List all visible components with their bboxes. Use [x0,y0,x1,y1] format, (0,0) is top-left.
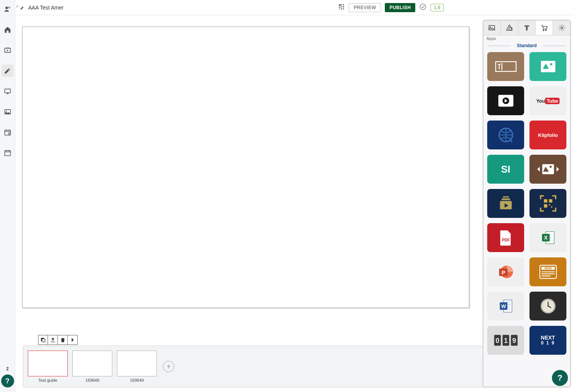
svg-rect-3 [5,89,10,93]
slide-tool-upload[interactable] [48,335,58,345]
panel-tab-image[interactable] [483,21,501,35]
help-button[interactable]: ? [1,375,14,387]
svg-text:PDF: PDF [502,238,510,243]
grid-toggle[interactable] [338,3,345,11]
app-tile-video[interactable] [487,86,524,115]
svg-text:X: X [544,235,548,241]
svg-rect-39 [551,206,552,208]
slide-thumb-preview[interactable] [28,351,68,376]
svg-rect-21 [541,61,555,72]
app-tile-video-playlist[interactable] [487,189,524,218]
app-tile-powerpoint[interactable]: P [487,257,524,286]
svg-point-60 [547,305,548,306]
svg-point-0 [5,6,8,9]
svg-rect-8 [5,151,10,156]
svg-point-23 [550,63,552,65]
app-tile-excel[interactable]: X [529,223,566,252]
app-tile-next-counter[interactable]: NEXT0 1 9 [529,326,566,355]
slide-thumb[interactable]: 169649 [117,351,157,382]
svg-rect-38 [549,204,550,205]
app-tile-word[interactable]: W [487,292,524,321]
app-tile-news[interactable]: NEWS [529,257,566,286]
svg-rect-36 [549,199,552,203]
publish-button[interactable]: PUBLISH [385,3,415,12]
status-check-icon [419,3,427,12]
slide-thumb[interactable]: Test guide [28,351,68,382]
svg-point-9 [420,4,426,10]
svg-rect-28 [542,164,554,174]
apps-panel: Apps Standard YouTubeKlipfolioSIPDFXPNEW… [483,20,571,387]
svg-point-1 [8,7,10,8]
title-edit[interactable]: AAA Test Amer [20,5,64,11]
svg-text:NEWS: NEWS [544,267,552,270]
svg-point-17 [545,30,546,31]
app-tile-si[interactable]: SI [487,155,524,184]
svg-point-16 [543,30,544,31]
left-nav-rail: > 2 ? [0,0,15,392]
app-tile-web-globe[interactable] [487,121,524,149]
nav-display[interactable] [2,85,14,97]
svg-point-18 [561,27,563,29]
svg-rect-33 [503,196,509,197]
panel-section-title: Standard [483,43,570,48]
slide-thumb-label: 169648 [85,378,99,382]
slide-thumb-label: Test guide [38,378,57,382]
svg-rect-37 [544,204,547,208]
pencil-icon [20,5,25,10]
svg-rect-19 [496,62,516,71]
nav-home[interactable] [2,24,14,36]
floating-help-button[interactable]: ? [552,370,568,386]
version-badge: 1.6 [430,4,444,11]
nav-compose[interactable] [2,65,14,77]
svg-rect-11 [42,339,45,342]
slide-tool-delete[interactable] [58,335,68,345]
panel-tab-text[interactable] [518,21,536,35]
nav-calendar[interactable] [2,147,14,159]
svg-text:P: P [501,270,505,276]
svg-point-30 [549,166,552,168]
app-tile-klipfolio[interactable]: Klipfolio [529,121,566,149]
app-tile-text-box[interactable] [487,52,524,81]
svg-point-7 [8,133,10,135]
app-tile-clock[interactable] [529,292,566,321]
notification-count: 2 [6,366,9,371]
nav-library[interactable] [2,44,14,56]
svg-text:1: 1 [504,337,508,344]
app-tile-youtube[interactable]: YouTube [529,86,566,115]
app-tile-qr-code[interactable] [529,189,566,218]
slide-thumb-preview[interactable] [72,351,112,376]
app-tile-pdf[interactable]: PDF [487,223,524,252]
app-tile-slideshow[interactable] [529,155,566,184]
svg-rect-32 [502,198,510,200]
slide-tool-copy[interactable] [38,335,48,345]
project-title: AAA Test Amer [28,5,64,11]
nav-schedule[interactable] [2,126,14,138]
topbar: AAA Test Amer PREVIEW PUBLISH 1.6 [15,0,574,15]
app-tile-counter[interactable]: 019 [487,326,524,355]
panel-tab-shape[interactable] [501,21,518,35]
panel-tab-apps[interactable] [536,21,553,35]
nav-media[interactable] [2,106,14,118]
slide-thumb[interactable]: 169648 [72,351,112,382]
svg-marker-2 [7,49,8,51]
svg-point-5 [6,111,7,112]
svg-text:9: 9 [512,337,516,344]
svg-text:W: W [501,303,506,309]
canvas[interactable] [22,27,469,308]
add-slide-button[interactable]: + [163,361,174,372]
panel-tab-settings[interactable] [553,21,570,35]
slide-tool-next[interactable] [68,335,78,345]
svg-rect-35 [544,199,547,203]
preview-button[interactable]: PREVIEW [349,3,381,12]
nav-user-settings[interactable] [2,3,14,15]
slide-thumb-label: 169649 [130,378,144,382]
slide-thumb-preview[interactable] [117,351,157,376]
panel-sublabel: Apps [483,35,570,41]
app-tile-image[interactable] [529,52,566,81]
svg-text:0: 0 [496,337,499,344]
